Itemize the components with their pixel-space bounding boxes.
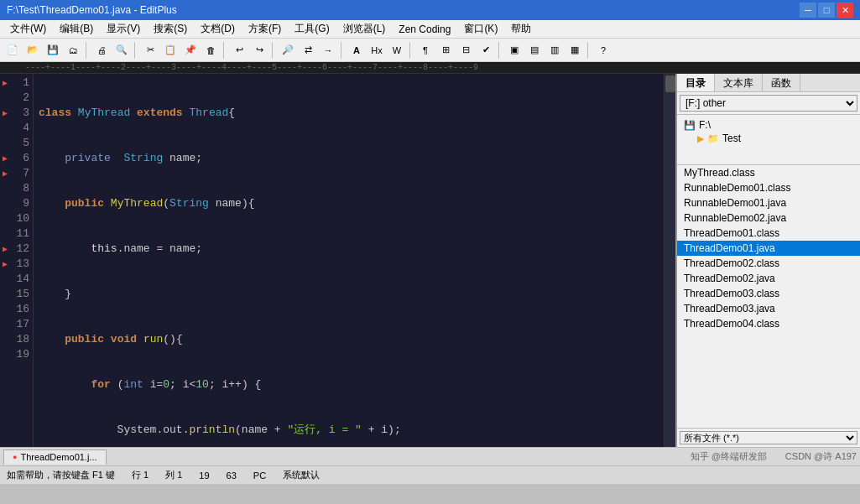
menu-search[interactable]: 搜索(S) <box>147 20 194 38</box>
window-controls: ─ □ ✕ <box>800 3 853 18</box>
tb-bold[interactable]: A <box>347 41 366 60</box>
file-runnabledemo01-class[interactable]: RunnableDemo01.class <box>677 180 860 195</box>
line-numbers: 1 2 3 4 5 6 7 8 9 10 11 12 13 14 15 16 1… <box>10 74 34 447</box>
ln-3: 3 <box>13 106 29 121</box>
panel-dropdown: [F:] other <box>677 92 860 115</box>
tb-box4[interactable]: ▦ <box>566 41 584 60</box>
menu-window[interactable]: 窗口(K) <box>457 20 504 38</box>
menu-project[interactable]: 方案(F) <box>242 20 288 38</box>
tb-goto[interactable]: → <box>319 41 337 60</box>
tb-find[interactable]: 🔎 <box>279 41 297 60</box>
tab-functions[interactable]: 函数 <box>763 74 800 91</box>
menu-edit[interactable]: 编辑(B) <box>53 20 100 38</box>
bp-19 <box>0 347 10 362</box>
menu-file[interactable]: 文件(W) <box>3 20 53 38</box>
menu-zen[interactable]: Zen Coding <box>392 22 457 37</box>
ln-8: 8 <box>13 181 29 196</box>
tb-help[interactable]: ? <box>594 41 612 60</box>
tb-col[interactable]: ⊞ <box>436 41 455 60</box>
tab-directory[interactable]: 目录 <box>677 74 715 91</box>
menu-doc[interactable]: 文档(D) <box>194 20 242 38</box>
tb-hx[interactable]: Hx <box>367 41 386 60</box>
tb-undo[interactable]: ↩ <box>230 41 248 60</box>
tb-new[interactable]: 📄 <box>3 41 22 60</box>
bp-16 <box>0 302 10 317</box>
ln-15: 15 <box>13 287 29 302</box>
tb-printprev[interactable]: 🔍 <box>112 41 131 60</box>
code-line-6: public void run(){ <box>39 332 659 347</box>
maximize-button[interactable]: □ <box>818 3 835 18</box>
bottom-tab-label: ThreadDemo01.j... <box>20 452 96 462</box>
file-mythread-class[interactable]: MyThread.class <box>677 165 860 180</box>
watermark-text: 知乎 @终端研发部 CSDN @诗 A197 <box>691 451 857 461</box>
tb-cut[interactable]: ✂ <box>141 41 159 60</box>
tb-box3[interactable]: ▥ <box>545 41 564 60</box>
menu-view[interactable]: 显示(V) <box>100 20 147 38</box>
title-bar: F:\Test\ThreadDemo01.java - EditPlus ─ □… <box>0 0 860 20</box>
tb-w[interactable]: W <box>388 41 406 60</box>
tab-textlib[interactable]: 文本库 <box>715 74 763 91</box>
tb-sep5 <box>341 42 344 59</box>
tb-del[interactable]: 🗑 <box>201 41 220 60</box>
status-row: 行 1 <box>132 469 149 481</box>
file-threaddemo03-java[interactable]: ThreadDemo03.java <box>677 301 860 316</box>
file-threaddemo03-class[interactable]: ThreadDemo03.class <box>677 286 860 301</box>
tb-saveall[interactable]: 🗂 <box>64 41 82 60</box>
file-runnabledemo01-java[interactable]: RunnableDemo01.java <box>677 195 860 210</box>
file-threaddemo02-class[interactable]: ThreadDemo02.class <box>677 256 860 271</box>
tb-box1[interactable]: ▣ <box>505 41 524 60</box>
tab-java-icon: ● <box>13 453 17 461</box>
bp-18 <box>0 332 10 347</box>
tb-sep2 <box>134 42 138 59</box>
bottom-tab-bar: ● ThreadDemo01.j... 知乎 @终端研发部 CSDN @诗 A1… <box>0 447 860 465</box>
ln-6: 6 <box>13 151 29 166</box>
tree-drive-f[interactable]: 💾 F:\ <box>680 118 857 132</box>
right-panel: 目录 文本库 函数 [F:] other 💾 F:\ ▶ 📁 Test MyTh… <box>675 74 860 447</box>
tb-redo[interactable]: ↪ <box>250 41 268 60</box>
tb-para[interactable]: ¶ <box>416 41 435 60</box>
tb-indent[interactable]: ⊟ <box>456 41 475 60</box>
editor[interactable]: ▶ ▶ ▶ ▶ ▶ ▶ 1 <box>0 74 675 447</box>
bp-3: ▶ <box>0 106 10 121</box>
ln-2: 2 <box>13 91 29 106</box>
file-threaddemo02-java[interactable]: ThreadDemo02.java <box>677 271 860 286</box>
menu-tools[interactable]: 工具(G) <box>288 20 336 38</box>
bp-7: ▶ <box>0 166 10 181</box>
tb-box2[interactable]: ▤ <box>525 41 544 60</box>
file-filter-select[interactable]: 所有文件 (*.*) <box>680 431 857 444</box>
ln-13: 13 <box>13 257 29 272</box>
file-runnabledemo02-java[interactable]: RunnableDemo02.java <box>677 210 860 226</box>
tb-open[interactable]: 📂 <box>23 41 42 60</box>
tb-print[interactable]: 🖨 <box>92 41 111 60</box>
code-area[interactable]: class MyThread extends Thread{ private S… <box>34 74 664 447</box>
bp-2 <box>0 91 10 106</box>
menu-help[interactable]: 帮助 <box>504 20 538 38</box>
file-threaddemo04-class[interactable]: ThreadDemo04.class <box>677 316 860 331</box>
file-threaddemo01-class[interactable]: ThreadDemo01.class <box>677 226 860 241</box>
close-button[interactable]: ✕ <box>837 3 853 18</box>
code-line-8: System.out.println(name + "运行, i = " + i… <box>39 423 659 438</box>
editor-vscroll[interactable] <box>664 74 675 447</box>
status-lines: 63 <box>227 470 237 481</box>
minimize-button[interactable]: ─ <box>800 3 816 18</box>
file-list[interactable]: MyThread.class RunnableDemo01.class Runn… <box>677 165 860 428</box>
tb-replace[interactable]: ⇄ <box>299 41 317 60</box>
status-col: 列 1 <box>165 469 182 481</box>
file-threaddemo01-java[interactable]: ThreadDemo01.java <box>677 241 860 256</box>
tree-folder-test[interactable]: ▶ 📁 Test <box>680 132 857 145</box>
file-tree: 💾 F:\ ▶ 📁 Test <box>677 115 860 165</box>
tb-copy[interactable]: 📋 <box>161 41 180 60</box>
drive-select[interactable]: [F:] other <box>680 95 857 112</box>
menu-bar: 文件(W) 编辑(B) 显示(V) 搜索(S) 文档(D) 方案(F) 工具(G… <box>0 20 860 39</box>
tb-check[interactable]: ✔ <box>477 41 495 60</box>
tb-sep8 <box>587 42 591 59</box>
bottom-tab-threaddemo01[interactable]: ● ThreadDemo01.j... <box>3 449 107 465</box>
tree-folder-label: Test <box>722 132 741 144</box>
tb-paste[interactable]: 📌 <box>181 41 200 60</box>
vscroll-thumb[interactable] <box>665 75 675 92</box>
tb-save[interactable]: 💾 <box>44 41 62 60</box>
bp-11 <box>0 226 10 242</box>
status-help: 如需帮助，请按键盘 F1 键 <box>7 469 115 481</box>
menu-browser[interactable]: 浏览器(L) <box>336 20 393 38</box>
ln-1: 1 <box>13 75 29 91</box>
